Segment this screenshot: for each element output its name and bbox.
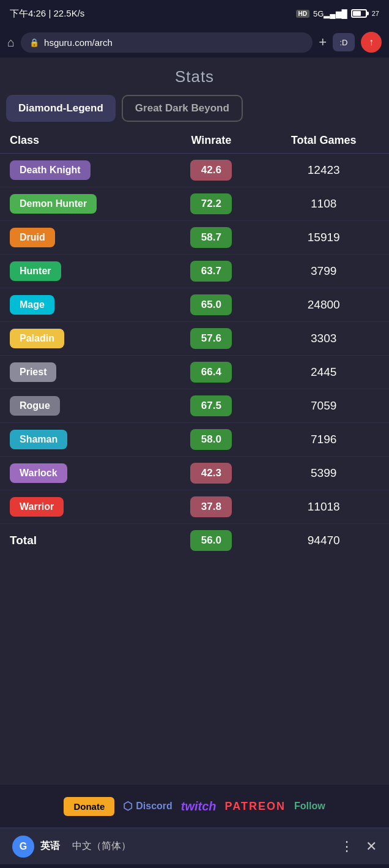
translate-menu-button[interactable]: ⋮	[340, 839, 354, 855]
class-cell: Paladin	[0, 322, 164, 356]
total-games-cell: 3799	[258, 255, 389, 288]
class-badge: Paladin	[10, 329, 64, 348]
table-row: Death Knight42.612423	[0, 154, 389, 187]
table-row: Demon Hunter72.21108	[0, 187, 389, 221]
patreon-link[interactable]: PATREON	[225, 800, 286, 813]
class-badge: Death Knight	[10, 160, 91, 180]
table-row: Hunter63.73799	[0, 255, 389, 288]
winrate-cell: 57.6	[164, 322, 258, 356]
status-time: 下午4:26	[10, 8, 46, 18]
stats-table: Class Winrate Total Games Death Knight42…	[0, 128, 389, 557]
twitch-label: twitch	[181, 799, 217, 813]
winrate-cell: 66.4	[164, 356, 258, 389]
table-row: Priest66.42445	[0, 356, 389, 389]
class-badge: Shaman	[10, 430, 67, 449]
battery-fill	[353, 11, 361, 16]
class-cell: Warlock	[0, 457, 164, 490]
signal-icon: 5G▂▄▆█	[313, 9, 347, 18]
total-games-cell: 3303	[258, 322, 389, 356]
table-header-row: Class Winrate Total Games	[0, 128, 389, 154]
tab-switcher-label: :D	[340, 38, 348, 47]
battery-number: 27	[372, 10, 379, 17]
winrate-cell: 42.6	[164, 154, 258, 187]
url-text: hsguru.com/arch	[44, 37, 113, 48]
tab-row: Diamond-Legend Great Dark Beyond	[0, 95, 389, 128]
class-cell: Hunter	[0, 255, 164, 288]
total-games-cell: 7196	[258, 423, 389, 457]
col-total-games: Total Games	[258, 128, 389, 154]
arrow-up-icon: ↑	[369, 37, 374, 48]
winrate-badge: 42.3	[190, 463, 232, 484]
class-cell: Druid	[0, 221, 164, 255]
winrate-badge: 57.6	[190, 328, 232, 349]
status-right: HD 5G▂▄▆█ 27	[296, 9, 379, 18]
class-cell: Demon Hunter	[0, 187, 164, 221]
total-games-cell: 24800	[258, 288, 389, 322]
winrate-cell: 58.0	[164, 423, 258, 457]
class-badge: Rogue	[10, 396, 60, 416]
footer-area: Donate ⬡ Discord twitch PATREON Follow	[0, 785, 389, 828]
class-cell: Death Knight	[0, 154, 164, 187]
tab-great-dark-beyond[interactable]: Great Dark Beyond	[122, 95, 243, 122]
table-row: Paladin57.63303	[0, 322, 389, 356]
tab-switcher-button[interactable]: :D	[333, 33, 355, 51]
winrate-badge: 63.7	[190, 261, 232, 282]
winrate-badge: 66.4	[190, 362, 232, 383]
winrate-badge: 37.8	[190, 496, 232, 517]
donate-button[interactable]: Donate	[64, 797, 114, 816]
google-translate-icon[interactable]: G	[12, 836, 34, 858]
url-bar[interactable]: 🔒 hsguru.com/arch	[21, 32, 313, 53]
table-row: Warrior37.811018	[0, 490, 389, 524]
add-tab-button[interactable]: +	[319, 34, 327, 50]
follow-label: Follow	[294, 801, 325, 811]
table-row: Shaman58.07196	[0, 423, 389, 457]
class-badge: Mage	[10, 295, 54, 315]
battery-icon	[351, 9, 367, 18]
table-row: Druid58.715919	[0, 221, 389, 255]
total-games-cell: 94470	[258, 524, 389, 558]
translate-close-button[interactable]: ✕	[366, 839, 377, 855]
total-games-cell: 5399	[258, 457, 389, 490]
class-cell: Warrior	[0, 490, 164, 524]
class-badge: Warlock	[10, 463, 67, 483]
twitch-link[interactable]: twitch	[181, 799, 217, 814]
class-badge: Hunter	[10, 261, 61, 281]
winrate-cell: 72.2	[164, 187, 258, 221]
class-cell: Priest	[0, 356, 164, 389]
winrate-cell: 65.0	[164, 288, 258, 322]
translate-lang2[interactable]: 中文（简体）	[72, 840, 131, 853]
hd-badge: HD	[296, 10, 309, 18]
winrate-badge: 58.0	[190, 429, 232, 450]
tab-diamond-legend[interactable]: Diamond-Legend	[6, 95, 116, 122]
class-cell: Rogue	[0, 389, 164, 423]
table-row: Warlock42.35399	[0, 457, 389, 490]
follow-link[interactable]: Follow	[294, 801, 325, 812]
patreon-label: PATREON	[225, 800, 286, 812]
class-badge: Priest	[10, 362, 56, 382]
table-row: Total56.094470	[0, 524, 389, 558]
col-class: Class	[0, 128, 164, 154]
winrate-badge: 67.5	[190, 395, 232, 416]
translate-bar: G 英语 中文（简体） ⋮ ✕	[0, 828, 389, 864]
table-row: Mage65.024800	[0, 288, 389, 322]
browser-action-button[interactable]: ↑	[361, 32, 382, 53]
winrate-cell: 63.7	[164, 255, 258, 288]
winrate-cell: 67.5	[164, 389, 258, 423]
translate-lang1[interactable]: 英语	[40, 840, 60, 853]
total-games-cell: 15919	[258, 221, 389, 255]
discord-link[interactable]: ⬡ Discord	[123, 799, 172, 813]
total-games-cell: 7059	[258, 389, 389, 423]
total-games-cell: 1108	[258, 187, 389, 221]
winrate-badge: 42.6	[190, 160, 232, 181]
class-cell: Total	[0, 524, 164, 558]
main-content: Stats Diamond-Legend Great Dark Beyond C…	[0, 58, 389, 785]
page-title: Stats	[0, 58, 389, 95]
class-badge: Druid	[10, 228, 55, 247]
browser-bar: ⌂ 🔒 hsguru.com/arch + :D ↑	[0, 27, 389, 58]
home-button[interactable]: ⌂	[7, 36, 15, 50]
class-cell: Mage	[0, 288, 164, 322]
status-bar: 下午4:26 | 22.5K/s HD 5G▂▄▆█ 27	[0, 0, 389, 27]
total-games-cell: 11018	[258, 490, 389, 524]
winrate-badge: 72.2	[190, 193, 232, 214]
g-label: G	[20, 841, 27, 852]
